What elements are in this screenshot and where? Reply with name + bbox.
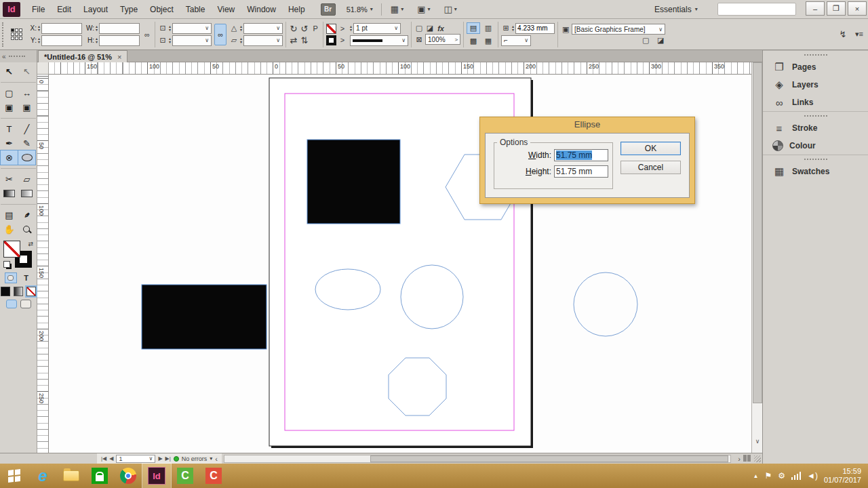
indesign-icon[interactable]: Id (142, 464, 171, 488)
ellipse-frame-tool[interactable]: ⊗ (1, 150, 18, 165)
resize-grip[interactable] (754, 455, 761, 462)
stroke-color-swatch-none[interactable] (326, 24, 336, 34)
select-container-icon[interactable]: P (311, 24, 320, 33)
menu-item[interactable]: Object (144, 0, 180, 19)
drop-shadow-icon[interactable]: ◪ (425, 24, 435, 33)
quick-apply-icon[interactable]: ↯ (838, 29, 848, 39)
scale-x-stepper[interactable]: ▴▾ (169, 25, 171, 32)
workspace-switcher[interactable]: Essentials ▾ (654, 5, 698, 14)
width-field[interactable] (99, 23, 140, 34)
last-page-button[interactable]: ▶| (165, 455, 171, 462)
action-center-flag-icon[interactable]: ⚑ (765, 471, 772, 481)
note-tool[interactable]: ▤ (1, 208, 18, 222)
stroke-flyout-arrow[interactable]: > (338, 24, 347, 33)
panel-menu-icon[interactable]: ▾≡ (854, 30, 864, 39)
rotation-stepper[interactable]: ▴▾ (240, 25, 242, 32)
taskbar-clock[interactable]: 15:59 01/07/2017 (824, 467, 861, 485)
width-input[interactable]: 51.75 mm (554, 149, 608, 161)
ellipse-tool[interactable] (18, 150, 35, 165)
close-button[interactable]: × (848, 1, 867, 16)
x-field[interactable] (41, 23, 82, 34)
tool-separator[interactable] (1, 79, 36, 83)
menu-item[interactable]: Help (282, 0, 311, 19)
object-style-combo[interactable]: [Basic Graphics Frame]∨ (572, 24, 665, 35)
swatches-panel-button[interactable]: ▦ Swatches (763, 163, 868, 180)
rotate-cw-icon[interactable]: ↻ (289, 24, 298, 34)
toolbar-drag-handle[interactable] (9, 56, 25, 57)
effects-icon[interactable]: fx (436, 24, 446, 33)
page-tool[interactable]: ▢ (1, 86, 18, 100)
file-explorer-icon[interactable] (57, 464, 85, 488)
stroke-weight-combo[interactable]: 1 pt∨ (353, 23, 401, 34)
wrap-none-button[interactable]: ▤ (467, 22, 480, 34)
content-placer-tool[interactable]: ▣ (18, 100, 35, 115)
colour-panel-button[interactable]: Colour (763, 137, 868, 155)
constrain-scale-link-button[interactable]: ∞ (214, 24, 226, 45)
scroll-right-icon[interactable]: › (738, 455, 741, 463)
chrome-icon[interactable] (114, 464, 142, 488)
fill-flyout-arrow[interactable]: > (338, 36, 347, 44)
fill-swatch-none[interactable] (3, 241, 20, 258)
gradient-feather-tool[interactable] (18, 186, 35, 201)
scroll-down-icon[interactable]: ∨ (752, 438, 763, 445)
start-button[interactable] (0, 464, 28, 488)
pasteboard[interactable]: Ellipse Options Width: 51.75 mm Height: … (49, 75, 751, 453)
camtasia-studio-icon[interactable]: C (171, 464, 199, 488)
reference-point-proxy[interactable] (11, 28, 22, 40)
content-collector-tool[interactable]: ▣ (1, 100, 18, 115)
selection-tool[interactable]: ↖ (1, 64, 18, 79)
black-rectangle[interactable] (142, 285, 267, 349)
stroke-panel-button[interactable]: ≡ Stroke (763, 119, 868, 137)
wrap-bounding-box-button[interactable]: ▥ (481, 22, 495, 34)
dock-drag-handle[interactable] (763, 111, 868, 119)
shear-combo[interactable]: ∨ (243, 35, 283, 46)
preview-mode-button[interactable] (20, 300, 31, 308)
default-fill-stroke-icon[interactable] (3, 261, 10, 268)
clear-overrides-icon[interactable]: ▢ (641, 36, 650, 45)
circle-outline-2[interactable] (574, 272, 637, 336)
corner-size-field[interactable] (515, 23, 555, 34)
eyedropper-tool[interactable]: ✒ (18, 208, 35, 222)
constrain-dimensions-icon[interactable]: ∞ (142, 30, 152, 39)
normal-view-mode-button[interactable] (6, 300, 17, 308)
horizontal-scrollbar[interactable] (224, 455, 731, 463)
scale-y-stepper[interactable]: ▴▾ (169, 37, 171, 44)
corner-options-icon[interactable]: ▢ (414, 24, 424, 33)
collapse-panel-icon[interactable]: « (2, 53, 6, 60)
search-input[interactable] (717, 3, 796, 16)
bridge-button[interactable]: Br (321, 3, 336, 16)
wrap-object-shape-button[interactable]: ▩ (467, 35, 480, 47)
panel-drag-handle[interactable] (2, 22, 5, 47)
tool-separator[interactable] (1, 165, 36, 169)
black-square[interactable] (307, 140, 400, 224)
pages-panel-button[interactable]: ❐ Pages (763, 58, 868, 76)
cancel-button[interactable]: Cancel (620, 161, 681, 174)
camtasia-recorder-icon[interactable]: C (199, 464, 228, 488)
scissors-tool[interactable]: ✂ (1, 172, 18, 186)
rotation-combo[interactable]: ∨ (243, 23, 283, 34)
settings-icon[interactable]: ⚙ (778, 471, 785, 481)
x-stepper[interactable]: ▴▾ (38, 25, 40, 32)
next-page-button[interactable]: ▶ (158, 455, 162, 462)
line-tool[interactable]: ╱ (18, 122, 35, 136)
close-icon[interactable]: × (117, 53, 121, 61)
menu-item[interactable]: Edit (51, 0, 77, 19)
first-page-button[interactable]: |◀ (101, 455, 106, 462)
links-panel-button[interactable]: ∞ Links (763, 94, 868, 111)
stroke-type-combo[interactable]: ∨ (350, 35, 408, 46)
corner-size-stepper[interactable]: ▴▾ (512, 25, 514, 32)
pencil-tool[interactable]: ✎ (18, 136, 35, 150)
direct-selection-tool[interactable]: ↖ (18, 64, 35, 79)
menu-item[interactable]: Window (241, 0, 282, 19)
store-icon[interactable] (85, 464, 114, 488)
dock-drag-handle[interactable] (763, 155, 868, 163)
zoom-tool[interactable] (18, 222, 35, 237)
view-options-dropdown[interactable]: ▦ ▾ (387, 3, 407, 16)
scroll-left-icon[interactable]: ‹ (215, 455, 218, 463)
rotate-ccw-icon[interactable]: ↺ (300, 24, 309, 34)
shear-stepper[interactable]: ▴▾ (240, 37, 242, 44)
gradient-swatch-tool[interactable] (1, 186, 18, 201)
screen-mode-dropdown[interactable]: ▣ ▾ (414, 3, 433, 16)
y-stepper[interactable]: ▴▾ (38, 37, 40, 44)
flip-horizontal-icon[interactable]: ⇄ (289, 35, 298, 45)
